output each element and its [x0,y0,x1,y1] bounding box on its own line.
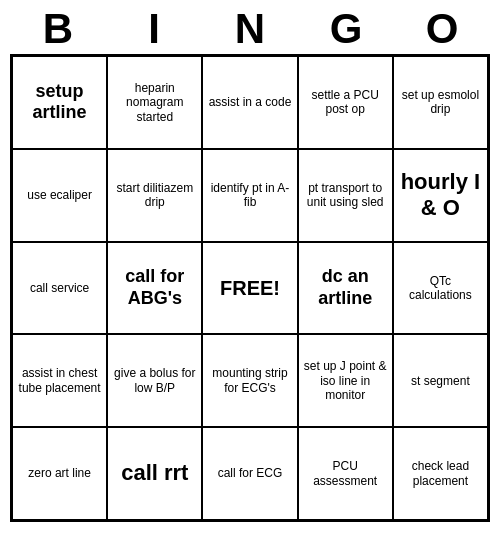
bingo-cell-18: set up J point & iso line in monitor [298,334,393,427]
bingo-cell-19: st segment [393,334,488,427]
bingo-cell-5: use ecaliper [12,149,107,242]
bingo-cell-16: give a bolus for low B/P [107,334,202,427]
bingo-cell-14: QTc calculations [393,242,488,335]
bingo-cell-6: start dilitiazem drip [107,149,202,242]
bingo-cell-0: setup artline [12,56,107,149]
bingo-cell-21: call rrt [107,427,202,520]
bingo-cell-3: settle a PCU post op [298,56,393,149]
bingo-cell-13: dc an artline [298,242,393,335]
bingo-cell-1: heparin nomagram started [107,56,202,149]
bingo-cell-20: zero art line [12,427,107,520]
bingo-cell-12: FREE! [202,242,297,335]
header-g: G [298,8,394,50]
bingo-cell-15: assist in chest tube placement [12,334,107,427]
header-i: I [106,8,202,50]
bingo-cell-22: call for ECG [202,427,297,520]
bingo-cell-9: hourly I & O [393,149,488,242]
bingo-cell-10: call service [12,242,107,335]
bingo-header: B I N G O [10,8,490,50]
header-o: O [394,8,490,50]
bingo-cell-7: identify pt in A-fib [202,149,297,242]
bingo-cell-23: PCU assessment [298,427,393,520]
bingo-cell-2: assist in a code [202,56,297,149]
bingo-grid: setup artlineheparin nomagram startedass… [10,54,490,522]
bingo-cell-17: mounting strip for ECG's [202,334,297,427]
bingo-cell-4: set up esmolol drip [393,56,488,149]
bingo-cell-24: check lead placement [393,427,488,520]
header-n: N [202,8,298,50]
bingo-cell-8: pt transport to unit using sled [298,149,393,242]
bingo-cell-11: call for ABG's [107,242,202,335]
header-b: B [10,8,106,50]
